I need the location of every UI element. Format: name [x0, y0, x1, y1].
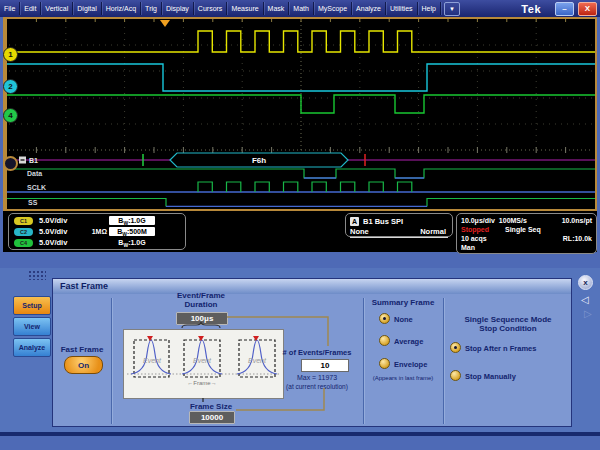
channel-4-marker[interactable]: 4 — [3, 108, 18, 123]
channel-2-bandwidth: BW:500M — [109, 227, 155, 236]
readout-bar: C1 5.0V/div BW:1.0G C2 5.0V/div 1MΩ BW:5… — [3, 211, 597, 252]
section-divider — [443, 298, 444, 424]
channel-4-scale: 5.0V/div — [39, 238, 67, 247]
summary-envelope-label[interactable]: Envelope — [394, 360, 427, 369]
close-icon: X — [585, 5, 590, 13]
channel-2-scale: 5.0V/div — [39, 227, 67, 236]
menu-myscope[interactable]: MyScope — [314, 2, 352, 15]
bw-value: :1.0G — [128, 239, 146, 246]
event-label: Event — [143, 357, 162, 364]
events-count-input[interactable]: 10 — [301, 359, 349, 372]
minimize-button[interactable]: – — [555, 2, 574, 16]
tab-view[interactable]: View — [13, 317, 51, 336]
sclk-trace — [198, 182, 412, 192]
waveform-graticule: F6h B1 Data SCLK SS — [7, 19, 595, 207]
menu-display[interactable]: Display — [162, 2, 194, 15]
sample-rate: 100MS/s — [499, 217, 527, 224]
channel-2-marker[interactable]: 2 — [3, 79, 18, 94]
fast-frame-dialog: Fast Frame Fast Frame On Event/Frame Dur… — [52, 278, 572, 427]
trigger-source: B1 Bus SPI — [363, 217, 403, 226]
section-divider — [363, 298, 364, 424]
panel-next-arrow-icon[interactable]: ▷ — [584, 309, 592, 319]
fast-frame-on-button[interactable]: On — [64, 356, 103, 374]
summary-average-radio[interactable] — [379, 335, 390, 346]
acquisition-status: Stopped — [461, 226, 489, 233]
ch4-trace — [7, 95, 595, 113]
panel-grip — [28, 270, 46, 280]
tek-logo: Tek — [521, 3, 541, 15]
tab-setup[interactable]: Setup — [13, 296, 51, 315]
fast-frame-diagram: Event Event Event ←Frame→ — [123, 329, 284, 399]
bus-b1-marker[interactable] — [3, 156, 18, 171]
channel-1-scale: 5.0V/div — [39, 216, 67, 225]
frame-size-value-box[interactable]: 10000 — [189, 411, 235, 424]
chevron-down-icon: ▼ — [449, 6, 455, 12]
menu-overflow-button[interactable]: ▼ — [444, 2, 460, 16]
resolution: 10.0ns/pt — [562, 217, 592, 224]
menu-edit[interactable]: Edit — [20, 2, 41, 15]
trigger-readout[interactable]: A B1 Bus SPI None Normal — [345, 213, 453, 237]
menu-digital[interactable]: Digital — [73, 2, 101, 15]
duration-value-box[interactable]: 100μs — [176, 312, 228, 325]
data-trace — [7, 169, 595, 178]
menu-mask[interactable]: Mask — [264, 2, 290, 15]
menu-cursors[interactable]: Cursors — [194, 2, 228, 15]
minimize-icon: – — [562, 5, 566, 13]
menu-math[interactable]: Math — [289, 2, 314, 15]
menu-file[interactable]: File — [0, 2, 20, 15]
trigger-a-badge: A — [350, 217, 359, 226]
panel-prev-arrow-icon[interactable]: ◁ — [581, 295, 589, 305]
event-label: Event — [248, 357, 267, 364]
menu-analyze[interactable]: Analyze — [352, 2, 386, 15]
trigger-position-marker[interactable] — [160, 20, 170, 27]
panel-bottom-edge — [0, 432, 600, 436]
stop-manually-radio[interactable] — [450, 370, 461, 381]
menu-help[interactable]: Help — [418, 2, 441, 15]
duration-label-line2: Duration — [143, 300, 259, 309]
menu-vertical[interactable]: Vertical — [41, 2, 73, 15]
channel-readouts[interactable]: C1 5.0V/div BW:1.0G C2 5.0V/div 1MΩ BW:5… — [8, 213, 186, 250]
bw-value: :1.0G — [128, 217, 146, 224]
events-max-label: Max = 11973 — [265, 374, 369, 381]
stop-condition-title-line1: Single Sequence Mode — [447, 315, 569, 324]
stop-manually-label[interactable]: Stop Manually — [465, 372, 516, 381]
menu-horiz-acq[interactable]: Horiz/Acq — [102, 2, 141, 15]
panel-close-button[interactable]: x — [578, 275, 593, 290]
summary-average-label[interactable]: Average — [394, 337, 423, 346]
menu-utilities[interactable]: Utilities — [386, 2, 418, 15]
channel-1-badge: C1 — [14, 217, 33, 225]
stop-after-n-frames-radio[interactable] — [450, 342, 461, 353]
tab-analyze[interactable]: Analyze — [13, 338, 51, 357]
acquisition-count: 10 acqs — [461, 235, 487, 242]
acquisition-readout[interactable]: 10.0μs/div 100MS/s 10.0ns/pt Stopped Sin… — [456, 213, 597, 254]
menu-measure[interactable]: Measure — [227, 2, 263, 15]
channel-2-readout[interactable]: C2 5.0V/div 1MΩ BW:500M — [9, 226, 185, 237]
close-button[interactable]: X — [578, 2, 597, 16]
menu-trig[interactable]: Trig — [141, 2, 162, 15]
bus-packet-value: F6h — [252, 156, 266, 165]
frame-span-label: ←Frame→ — [187, 380, 216, 386]
sclk-row-label: SCLK — [27, 184, 46, 191]
channel-2-impedance: 1MΩ — [89, 228, 107, 235]
summary-none-label[interactable]: None — [394, 315, 413, 324]
acquisition-mode: Single Seq — [505, 226, 541, 233]
channel-1-bandwidth: BW:1.0G — [109, 216, 155, 225]
menu-bar: File Edit Vertical Digital Horiz/Acq Tri… — [0, 0, 600, 17]
section-divider — [111, 298, 112, 424]
summary-none-radio[interactable] — [379, 313, 390, 324]
summary-frame-title: Summary Frame — [361, 298, 445, 307]
channel-4-readout[interactable]: C4 5.0V/div BW:1.0G — [9, 237, 185, 248]
waveform-display: F6h B1 Data SCLK SS 1 2 4 — [3, 17, 597, 211]
duration-label-line1: Event/Frame — [143, 291, 259, 300]
stop-after-n-frames-label[interactable]: Stop After n Frames — [465, 344, 536, 353]
fast-frame-label: Fast Frame — [53, 345, 111, 354]
events-count-label: # of Events/Frames — [265, 348, 369, 357]
channel-1-readout[interactable]: C1 5.0V/div BW:1.0G — [9, 215, 185, 226]
trigger-coupling: Normal — [420, 227, 446, 236]
summary-note: (Appears in last frame) — [357, 375, 449, 381]
events-note-label: (at current resolution) — [261, 383, 373, 390]
channel-4-bandwidth: BW:1.0G — [109, 238, 155, 247]
summary-envelope-radio[interactable] — [379, 358, 390, 369]
record-length: RL:10.0k — [563, 235, 592, 242]
channel-1-marker[interactable]: 1 — [3, 47, 18, 62]
